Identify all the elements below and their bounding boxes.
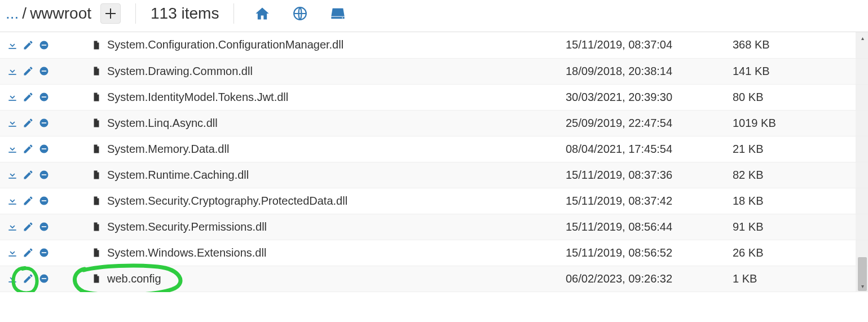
file-name: System.IdentityModel.Tokens.Jwt.dll [107,91,288,104]
svg-rect-7 [42,96,46,98]
add-button[interactable] [100,3,121,24]
edit-icon[interactable] [23,117,34,129]
table-row[interactable]: System.Security.Cryptography.ProtectedDa… [0,188,868,214]
delete-icon[interactable] [38,91,50,103]
file-icon [91,65,102,77]
svg-rect-13 [42,174,46,175]
download-icon[interactable] [7,169,18,180]
scroll-down-arrow[interactable]: ▾ [858,282,867,291]
file-size: 26 KB [726,240,856,266]
file-date: 15/11/2019, 08:56:44 [559,214,726,240]
file-name: System.Linq.Async.dll [107,117,218,130]
table-row[interactable]: System.Windows.Extensions.dll15/11/2019,… [0,240,868,266]
home-icon[interactable] [254,6,270,21]
item-count: 113 items [151,5,219,23]
disk-icon[interactable] [330,6,346,21]
download-icon[interactable] [7,195,18,206]
scrollbar-track[interactable] [856,214,868,240]
file-date: 30/03/2021, 20:39:30 [559,84,726,110]
file-icon [91,117,102,129]
edit-icon[interactable] [23,65,34,77]
file-name: System.Windows.Extensions.dll [107,246,266,259]
svg-rect-9 [42,122,46,123]
scrollbar-track[interactable] [856,110,868,136]
download-icon[interactable] [7,143,18,155]
file-icon [91,169,102,180]
table-row[interactable]: System.Linq.Async.dll25/09/2019, 22:47:5… [0,110,868,136]
download-icon[interactable] [7,117,18,129]
delete-icon[interactable] [38,195,50,206]
file-icon [91,247,102,258]
delete-icon[interactable] [38,273,50,284]
edit-icon[interactable] [23,273,34,284]
edit-icon[interactable] [23,169,34,180]
file-name: web.config [107,272,161,285]
scrollbar-track[interactable] [856,84,868,110]
table-row[interactable]: System.Configuration.ConfigurationManage… [0,32,868,58]
delete-icon[interactable] [38,247,50,258]
svg-rect-5 [42,70,46,72]
table-row[interactable]: web.config06/02/2023, 09:26:321 KB [0,266,868,292]
breadcrumb-sep: / [22,5,27,23]
file-icon [91,273,102,284]
scrollbar-track[interactable] [856,162,868,188]
delete-icon[interactable] [38,169,50,180]
table-row[interactable]: System.Drawing.Common.dll18/09/2018, 20:… [0,58,868,84]
delete-icon[interactable] [38,39,50,51]
delete-icon[interactable] [38,117,50,129]
download-icon[interactable] [7,65,18,77]
file-size: 141 KB [726,58,856,84]
file-name: System.Security.Cryptography.ProtectedDa… [107,195,347,208]
file-name: System.Drawing.Common.dll [107,65,253,78]
table-row[interactable]: System.Memory.Data.dll08/04/2021, 17:45:… [0,136,868,162]
download-icon[interactable] [7,247,18,258]
edit-icon[interactable] [23,91,34,103]
edit-icon[interactable] [23,247,34,258]
svg-rect-3 [42,45,46,46]
file-size: 80 KB [726,84,856,110]
file-size: 82 KB [726,162,856,188]
file-date: 15/11/2019, 08:56:52 [559,240,726,266]
file-name: System.Memory.Data.dll [107,143,229,156]
edit-icon[interactable] [23,221,34,232]
breadcrumb-parent[interactable]: ... [6,5,19,23]
file-name: System.Configuration.ConfigurationManage… [107,38,343,51]
file-name: System.Security.Permissions.dll [107,220,267,233]
file-size: 21 KB [726,136,856,162]
file-date: 25/09/2019, 22:47:54 [559,110,726,136]
file-size: 1 KB [726,266,856,292]
svg-rect-19 [42,252,46,253]
delete-icon[interactable] [38,65,50,77]
download-icon[interactable] [7,221,18,232]
download-icon[interactable] [7,273,18,284]
file-date: 06/02/2023, 09:26:32 [559,266,726,292]
file-size: 91 KB [726,214,856,240]
table-row[interactable]: System.Runtime.Caching.dll15/11/2019, 08… [0,162,868,188]
delete-icon[interactable] [38,143,50,155]
file-date: 15/11/2019, 08:37:36 [559,162,726,188]
table-row[interactable]: System.IdentityModel.Tokens.Jwt.dll30/03… [0,84,868,110]
file-icon [91,91,102,103]
divider [233,3,234,24]
globe-icon[interactable] [293,6,307,21]
edit-icon[interactable] [23,143,34,155]
file-icon [91,221,102,232]
scrollbar-track[interactable] [856,136,868,162]
edit-icon[interactable] [23,195,34,206]
file-date: 15/11/2019, 08:37:42 [559,188,726,214]
file-size: 18 KB [726,188,856,214]
delete-icon[interactable] [38,221,50,232]
file-icon [91,195,102,206]
file-table: System.Configuration.ConfigurationManage… [0,32,868,292]
breadcrumb-folder[interactable]: wwwroot [30,5,91,23]
svg-rect-15 [42,200,46,201]
download-icon[interactable] [7,39,18,51]
download-icon[interactable] [7,91,18,103]
table-row[interactable]: System.Security.Permissions.dll15/11/201… [0,214,868,240]
svg-rect-17 [42,226,46,227]
scrollbar-track[interactable] [856,58,868,84]
scroll-up-arrow[interactable]: ▴ [858,33,867,42]
edit-icon[interactable] [23,39,34,51]
file-size: 1019 KB [726,110,856,136]
scrollbar-track[interactable] [856,188,868,214]
